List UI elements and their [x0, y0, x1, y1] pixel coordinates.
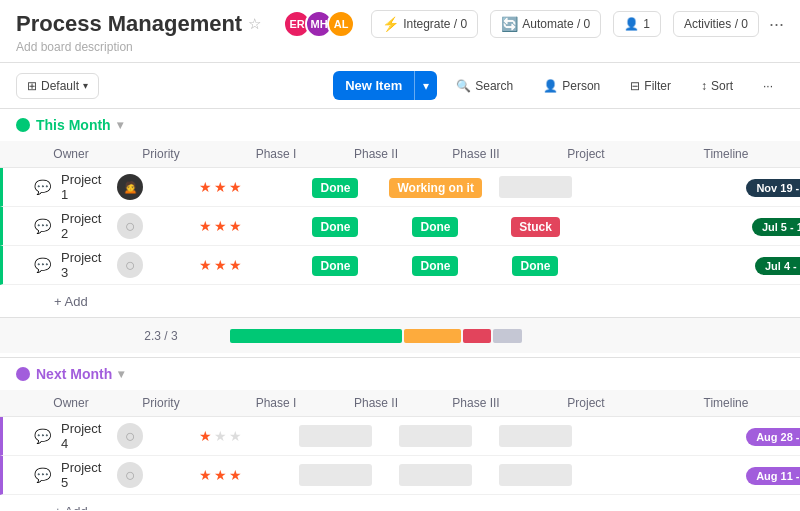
row-owner[interactable]: 🙍: [105, 170, 155, 204]
row-comment[interactable]: 💬: [27, 214, 57, 238]
row-priority[interactable]: ★★★: [155, 424, 285, 448]
filter-button[interactable]: ⊟ Filter: [619, 73, 682, 99]
col-owner: Owner: [46, 390, 96, 416]
person-button[interactable]: 👤 Person: [532, 73, 611, 99]
col-phase3: Phase III: [426, 390, 526, 416]
status-chip: Done: [412, 217, 458, 237]
row-comment[interactable]: 💬: [27, 463, 57, 487]
header-more-icon[interactable]: ···: [769, 14, 784, 35]
table-row: 💬 Project 4✎ ○ ★★★ Aug 28 - 31 0%: [0, 417, 800, 456]
row-name[interactable]: Project 1: [57, 168, 105, 206]
row-priority[interactable]: ★★★: [155, 463, 285, 487]
row-phase3[interactable]: [485, 460, 585, 490]
integrate-button[interactable]: ⚡ Integrate / 0: [371, 10, 478, 38]
star: ★: [199, 257, 212, 273]
status-chip: Done: [412, 256, 458, 276]
star: ★: [199, 179, 212, 195]
row-comment[interactable]: 💬: [27, 253, 57, 277]
row-phase3[interactable]: [485, 421, 585, 451]
row-timeline[interactable]: Aug 28 - 31: [705, 425, 800, 448]
comment-icon[interactable]: 💬: [34, 218, 51, 234]
summary-bar-seg: [463, 329, 492, 343]
comment-icon[interactable]: 💬: [34, 428, 51, 444]
avatar: ○: [117, 213, 143, 239]
person-icon: 👤: [543, 79, 558, 93]
group-collapse-icon[interactable]: ▾: [117, 118, 123, 132]
summary-count: 2.3 / 3: [96, 325, 226, 347]
status-chip: Done: [312, 256, 358, 276]
board-description[interactable]: Add board description: [0, 38, 800, 62]
comment-icon[interactable]: 💬: [34, 179, 51, 195]
col-timeline: Timeline: [646, 390, 800, 416]
status-chip: Stuck: [511, 217, 560, 237]
row-name[interactable]: Project 4✎: [57, 417, 105, 455]
integrate-icon: ⚡: [382, 16, 399, 32]
row-name[interactable]: Project 5: [57, 456, 105, 494]
invite-icon: 👤: [624, 17, 639, 31]
group-name[interactable]: Next Month: [36, 366, 112, 382]
row-owner[interactable]: ○: [105, 209, 155, 243]
group-collapse-icon[interactable]: ▾: [118, 367, 124, 381]
star: ★: [229, 179, 242, 195]
summary-bar-seg: [404, 329, 461, 343]
comment-icon[interactable]: 💬: [34, 257, 51, 273]
row-timeline[interactable]: Aug 11 - 14: [705, 464, 800, 487]
avatar: ○: [117, 423, 143, 449]
row-phase2[interactable]: Working on it: [385, 176, 485, 199]
search-button[interactable]: 🔍 Search: [445, 73, 524, 99]
table-row: 💬 Project 1 🙍 ★★★ Done Working on it Nov…: [0, 168, 800, 207]
row-phase1[interactable]: Done: [285, 176, 385, 199]
row-name[interactable]: Project 3: [57, 246, 105, 284]
row-phase1[interactable]: Done: [285, 215, 385, 238]
row-phase3[interactable]: Stuck: [485, 215, 585, 238]
row-phase3[interactable]: Done: [485, 254, 585, 277]
row-phase3[interactable]: [485, 172, 585, 202]
row-priority[interactable]: ★★★: [155, 214, 285, 238]
add-row-button[interactable]: + Add: [0, 285, 800, 317]
col-priority: Priority: [96, 390, 226, 416]
view-button[interactable]: ⊞ Default ▾: [16, 73, 99, 99]
group-name[interactable]: This Month: [36, 117, 111, 133]
star: ★: [229, 428, 242, 444]
avatar-group: ER MH AL: [289, 10, 355, 38]
row-phase2[interactable]: Done: [385, 215, 485, 238]
row-phase1[interactable]: [285, 421, 385, 451]
row-project: [585, 471, 705, 479]
row-timeline[interactable]: Jul 5 - 15: [705, 215, 800, 238]
row-owner[interactable]: ○: [105, 419, 155, 453]
star-icon[interactable]: ☆: [248, 15, 261, 33]
star: ★: [229, 257, 242, 273]
row-owner[interactable]: ○: [105, 458, 155, 492]
status-chip: Working on it: [389, 178, 481, 198]
new-item-button[interactable]: New Item: [333, 71, 414, 100]
new-item-dropdown-button[interactable]: ▾: [414, 71, 437, 100]
activities-button[interactable]: Activities / 0: [673, 11, 759, 37]
row-phase2[interactable]: [385, 421, 485, 451]
row-phase2[interactable]: [385, 460, 485, 490]
row-phase2[interactable]: Done: [385, 254, 485, 277]
automate-button[interactable]: 🔄 Automate / 0: [490, 10, 601, 38]
more-button[interactable]: ···: [752, 73, 784, 99]
row-priority[interactable]: ★★★: [155, 175, 285, 199]
row-phase1[interactable]: [285, 460, 385, 490]
row-name[interactable]: Project 2: [57, 207, 105, 245]
row-comment[interactable]: 💬: [27, 424, 57, 448]
table-row: 💬 Project 2 ○ ★★★ Done Done Stuck Jul 5 …: [0, 207, 800, 246]
page-title: Process Management: [16, 11, 242, 37]
col-phase3: Phase III: [426, 141, 526, 167]
sort-button[interactable]: ↕ Sort: [690, 73, 744, 99]
row-timeline[interactable]: Nov 19 - 26: [705, 176, 800, 199]
comment-icon[interactable]: 💬: [34, 467, 51, 483]
timeline-chip: Jul 4 - 9: [755, 257, 800, 275]
row-comment[interactable]: 💬: [27, 175, 57, 199]
row-priority[interactable]: ★★★: [155, 253, 285, 277]
row-phase1[interactable]: Done: [285, 254, 385, 277]
invite-button[interactable]: 👤 1: [613, 11, 661, 37]
summary-bar-seg: [493, 329, 522, 343]
col-owner: Owner: [46, 141, 96, 167]
row-timeline[interactable]: Jul 4 - 9: [705, 254, 800, 277]
row-owner[interactable]: ○: [105, 248, 155, 282]
col-check: [8, 148, 38, 160]
timeline-chip: Aug 28 - 31: [746, 428, 800, 446]
add-row-button[interactable]: + Add: [0, 495, 800, 510]
